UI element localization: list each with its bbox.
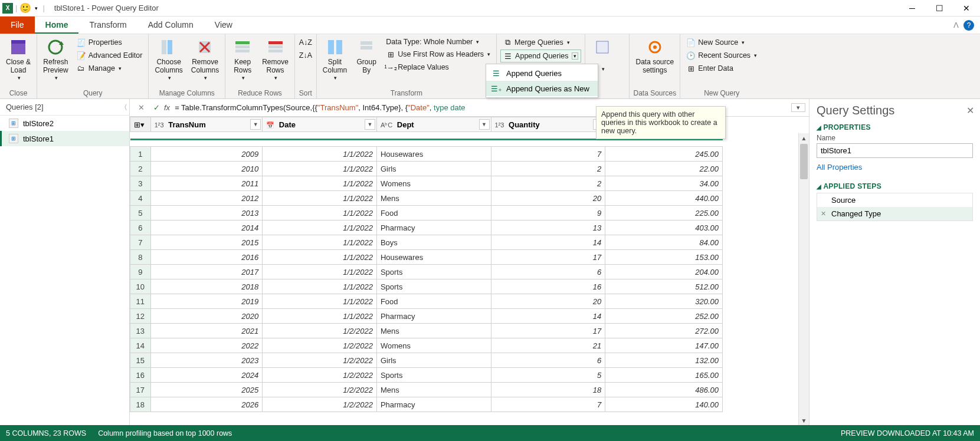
filter-icon[interactable]: ▼	[250, 119, 261, 130]
table-row[interactable]: 320111/1/2022Womens234.00	[130, 176, 723, 191]
cell-salesamount[interactable]: 153.00	[605, 250, 723, 265]
cell-date[interactable]: 1/1/2022	[263, 176, 377, 191]
row-number[interactable]: 9	[130, 265, 151, 279]
cell-dept[interactable]: Sports	[376, 265, 491, 279]
cell-date[interactable]: 1/1/2022	[263, 191, 377, 206]
cell-salesamount[interactable]: 252.00	[605, 309, 723, 324]
row-number[interactable]: 1	[130, 147, 151, 162]
column-header-Dept[interactable]: AᵇC Dept▼	[376, 117, 491, 132]
cell-date[interactable]: 1/1/2022	[263, 162, 377, 176]
cell-dept[interactable]: Sports	[376, 279, 491, 294]
cell-transnum[interactable]: 2025	[150, 383, 263, 397]
cell-salesamount[interactable]: 225.00	[605, 206, 723, 220]
row-number[interactable]: 2	[130, 162, 151, 176]
cell-salesamount[interactable]: 272.00	[605, 324, 723, 338]
cell-salesamount[interactable]: 512.00	[605, 279, 723, 294]
row-number[interactable]: 16	[130, 368, 151, 383]
minimize-button[interactable]: ─	[899, 0, 926, 17]
table-row[interactable]: 1720251/2/2022Mens18486.00	[130, 383, 723, 397]
cell-quantity[interactable]: 17	[491, 324, 605, 338]
row-number[interactable]: 17	[130, 383, 151, 397]
cell-transnum[interactable]: 2020	[150, 309, 263, 324]
data-type-button[interactable]: Data Type: Whole Number▾	[384, 37, 493, 47]
cell-salesamount[interactable]: 440.00	[605, 191, 723, 206]
row-number[interactable]: 18	[130, 397, 151, 412]
column-header-Date[interactable]: 📅 Date▼	[263, 117, 377, 132]
cell-transnum[interactable]: 2016	[150, 250, 263, 265]
cell-transnum[interactable]: 2018	[150, 279, 263, 294]
column-header-TransNum[interactable]: 1²3 TransNum▼	[150, 117, 263, 132]
advanced-editor-button[interactable]: 📝Advanced Editor	[74, 50, 145, 61]
row-number[interactable]: 3	[130, 176, 151, 191]
cell-transnum[interactable]: 2021	[150, 324, 263, 338]
cell-salesamount[interactable]: 245.00	[605, 147, 723, 162]
cell-date[interactable]: 1/2/2022	[263, 368, 377, 383]
vertical-scrollbar[interactable]: ▲ ▼	[798, 133, 809, 425]
sort-asc-button[interactable]: A↓Z	[299, 37, 313, 48]
query-item-tblStore1[interactable]: ⊞tblStore1	[0, 131, 129, 146]
cell-quantity[interactable]: 17	[491, 250, 605, 265]
cell-salesamount[interactable]: 84.00	[605, 235, 723, 250]
smiley-icon[interactable]: 🙂	[19, 2, 31, 14]
cell-salesamount[interactable]: 486.00	[605, 383, 723, 397]
cell-transnum[interactable]: 2015	[150, 235, 263, 250]
row-number[interactable]: 15	[130, 353, 151, 368]
row-number[interactable]: 12	[130, 309, 151, 324]
cell-date[interactable]: 1/1/2022	[263, 309, 377, 324]
cell-quantity[interactable]: 2	[491, 176, 605, 191]
cell-dept[interactable]: Pharmacy	[376, 397, 491, 412]
cell-quantity[interactable]: 14	[491, 235, 605, 250]
cell-dept[interactable]: Housewares	[376, 147, 491, 162]
table-row[interactable]: 520131/1/2022Food9225.00	[130, 206, 723, 220]
remove-columns-button[interactable]: Remove Columns▾	[189, 37, 221, 83]
close-and-load-button[interactable]: Close & Load▾	[4, 37, 33, 83]
cell-transnum[interactable]: 2023	[150, 353, 263, 368]
table-row[interactable]: 1620241/2/2022Sports5165.00	[130, 368, 723, 383]
maximize-button[interactable]: ☐	[926, 0, 953, 17]
cell-dept[interactable]: Boys	[376, 235, 491, 250]
table-row[interactable]: 1520231/2/2022Girls6132.00	[130, 353, 723, 368]
cell-date[interactable]: 1/1/2022	[263, 294, 377, 309]
cell-dept[interactable]: Pharmacy	[376, 220, 491, 235]
properties-section-header[interactable]: PROPERTIES	[817, 123, 973, 131]
qat-dropdown[interactable]: ▾	[34, 5, 38, 11]
cell-date[interactable]: 1/1/2022	[263, 235, 377, 250]
sort-desc-button[interactable]: Z↓A	[299, 50, 313, 61]
row-number[interactable]: 8	[130, 250, 151, 265]
table-row[interactable]: 1420221/2/2022Womens21147.00	[130, 338, 723, 353]
enter-data-button[interactable]: ⊞Enter Data	[684, 62, 759, 74]
table-row[interactable]: 1220201/1/2022Pharmacy14252.00	[130, 309, 723, 324]
tab-view[interactable]: View	[204, 17, 243, 34]
cell-transnum[interactable]: 2011	[150, 176, 263, 191]
merge-queries-button[interactable]: ⧉Merge Queries▾	[500, 37, 581, 48]
cell-dept[interactable]: Mens	[376, 324, 491, 338]
cell-salesamount[interactable]: 165.00	[605, 368, 723, 383]
cell-quantity[interactable]: 9	[491, 206, 605, 220]
cell-quantity[interactable]: 20	[491, 294, 605, 309]
cell-dept[interactable]: Sports	[376, 368, 491, 383]
cell-dept[interactable]: Womens	[376, 338, 491, 353]
group-by-button[interactable]: Group By	[353, 37, 380, 76]
cell-transnum[interactable]: 2024	[150, 368, 263, 383]
close-window-button[interactable]: ✕	[953, 0, 980, 17]
cell-quantity[interactable]: 6	[491, 353, 605, 368]
cell-transnum[interactable]: 2014	[150, 220, 263, 235]
cell-transnum[interactable]: 2009	[150, 147, 263, 162]
cell-salesamount[interactable]: 132.00	[605, 353, 723, 368]
cell-quantity[interactable]: 5	[491, 368, 605, 383]
recent-sources-button[interactable]: 🕑Recent Sources▾	[684, 50, 759, 61]
cell-date[interactable]: 1/2/2022	[263, 383, 377, 397]
cell-dept[interactable]: Pharmacy	[376, 309, 491, 324]
cell-salesamount[interactable]: 22.00	[605, 162, 723, 176]
new-source-button[interactable]: 📄New Source▾	[684, 37, 759, 48]
cell-salesamount[interactable]: 140.00	[605, 397, 723, 412]
properties-button[interactable]: 🧾Properties	[74, 37, 145, 48]
help-icon[interactable]: ?	[963, 20, 974, 31]
cell-quantity[interactable]: 13	[491, 220, 605, 235]
table-row[interactable]: 120091/1/2022Housewares7245.00	[130, 147, 723, 162]
table-row[interactable]: 1820261/2/2022Pharmacy7140.00	[130, 397, 723, 412]
cell-quantity[interactable]: 18	[491, 383, 605, 397]
all-properties-link[interactable]: All Properties	[817, 163, 862, 172]
cell-transnum[interactable]: 2010	[150, 162, 263, 176]
cell-salesamount[interactable]: 34.00	[605, 176, 723, 191]
